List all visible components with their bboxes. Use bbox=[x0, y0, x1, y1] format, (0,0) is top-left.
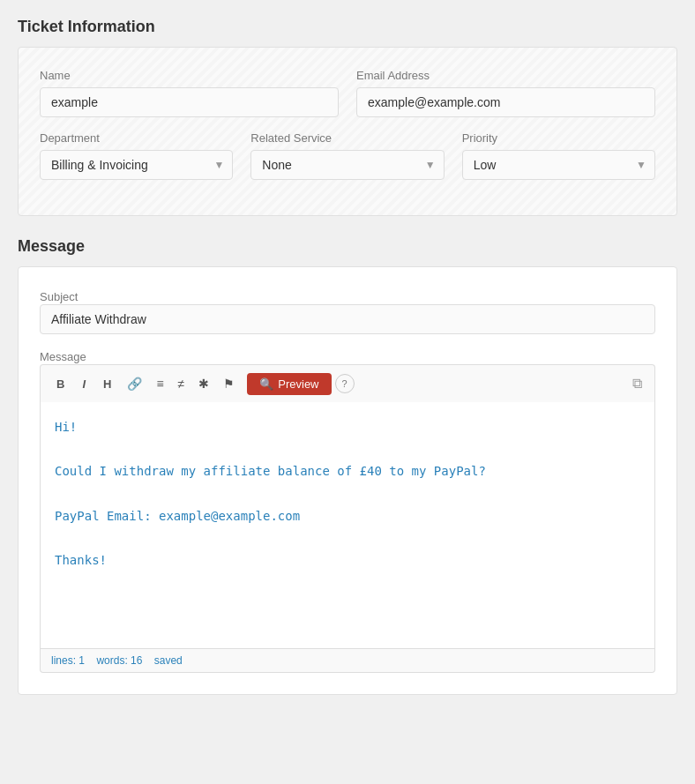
related-service-select[interactable]: None Web Hosting VPS bbox=[250, 150, 444, 180]
ticket-info-card: Name Email Address Department Billing & … bbox=[18, 47, 677, 216]
priority-label: Priority bbox=[462, 131, 655, 145]
name-input[interactable] bbox=[40, 87, 339, 117]
priority-select[interactable]: Low Medium High Critical bbox=[462, 150, 655, 180]
related-service-label: Related Service bbox=[250, 131, 444, 145]
related-service-group: Related Service None Web Hosting VPS ▼ bbox=[250, 131, 444, 180]
page-wrapper: Ticket Information Name Email Address De… bbox=[18, 18, 677, 695]
heading-button[interactable]: H bbox=[96, 375, 118, 393]
name-label: Name bbox=[40, 69, 339, 82]
expand-button[interactable]: ⧉ bbox=[629, 372, 646, 395]
saved-status: saved bbox=[154, 654, 183, 667]
name-email-row: Name Email Address bbox=[40, 69, 655, 117]
lines-count: lines: 1 bbox=[51, 654, 85, 667]
department-select-wrapper: Billing & Invoicing Technical Support Ge… bbox=[40, 150, 233, 180]
subject-input[interactable] bbox=[40, 304, 655, 334]
message-section-title: Message bbox=[18, 237, 677, 256]
words-count: words: 16 bbox=[96, 654, 142, 667]
asterisk-button[interactable]: ✱ bbox=[193, 374, 214, 393]
editor-footer: lines: 1 words: 16 saved bbox=[40, 649, 655, 673]
email-input[interactable] bbox=[356, 87, 655, 117]
department-select[interactable]: Billing & Invoicing Technical Support Ge… bbox=[40, 150, 233, 180]
editor-content: Hi! Could I withdraw my affiliate balanc… bbox=[55, 416, 640, 571]
ordered-list-button[interactable]: ≠ bbox=[173, 374, 191, 393]
message-group: Message B I H 🔗 ≡ ≠ ✱ ⚑ 🔍 Preview ? ⧉ bbox=[40, 348, 655, 673]
unordered-list-button[interactable]: ≡ bbox=[151, 374, 168, 393]
priority-select-wrapper: Low Medium High Critical ▼ bbox=[462, 150, 655, 180]
priority-group: Priority Low Medium High Critical ▼ bbox=[462, 131, 655, 180]
subject-label: Subject bbox=[40, 290, 78, 303]
editor-toolbar: B I H 🔗 ≡ ≠ ✱ ⚑ 🔍 Preview ? ⧉ bbox=[40, 364, 655, 402]
ticket-info-title: Ticket Information bbox=[18, 18, 677, 36]
preview-search-icon: 🔍 bbox=[259, 377, 273, 391]
department-label: Department bbox=[40, 131, 233, 145]
preview-button[interactable]: 🔍 Preview bbox=[247, 373, 331, 395]
preview-label: Preview bbox=[278, 377, 318, 391]
bold-button[interactable]: B bbox=[49, 375, 71, 393]
email-group: Email Address bbox=[356, 69, 655, 117]
email-label: Email Address bbox=[356, 69, 655, 82]
department-group: Department Billing & Invoicing Technical… bbox=[40, 131, 233, 180]
name-group: Name bbox=[40, 69, 339, 117]
help-button[interactable]: ? bbox=[335, 374, 355, 393]
italic-button[interactable]: I bbox=[75, 375, 93, 393]
message-editor[interactable]: Hi! Could I withdraw my affiliate balanc… bbox=[40, 402, 655, 649]
flag-button[interactable]: ⚑ bbox=[218, 374, 240, 393]
subject-group: Subject bbox=[40, 288, 655, 334]
related-service-select-wrapper: None Web Hosting VPS ▼ bbox=[250, 150, 444, 180]
dept-service-priority-row: Department Billing & Invoicing Technical… bbox=[40, 131, 655, 180]
link-button[interactable]: 🔗 bbox=[122, 374, 147, 393]
message-card: Subject Message B I H 🔗 ≡ ≠ ✱ ⚑ 🔍 Previe… bbox=[18, 266, 677, 695]
message-label: Message bbox=[40, 350, 86, 363]
